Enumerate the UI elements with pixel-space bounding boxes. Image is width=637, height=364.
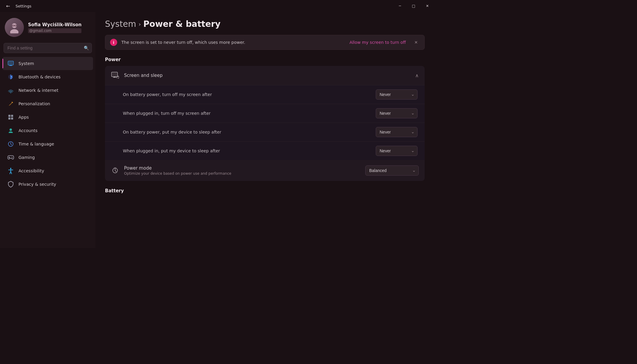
app-body: Sofia Wyciślik-Wilson @gmail.com 🔍: [0, 12, 434, 248]
system-icon: [7, 60, 14, 67]
svg-rect-11: [8, 115, 10, 117]
search-icon: 🔍: [84, 46, 89, 50]
sidebar-item-privacy[interactable]: Privacy & security: [2, 178, 93, 191]
battery-screen-off-dropdown-wrapper: Never 1 minute 2 minutes 5 minutes 10 mi…: [376, 89, 418, 100]
privacy-icon: [7, 181, 14, 188]
gaming-icon: [7, 154, 14, 161]
time-icon: [7, 140, 14, 148]
power-mode-label: Power mode: [124, 165, 361, 171]
sidebar-nav: System Bluetooth & devices: [0, 57, 95, 243]
back-button[interactable]: ←: [4, 1, 13, 10]
battery-sleep-select[interactable]: Never 1 minute 5 minutes 10 minutes: [376, 127, 418, 137]
sidebar-label-apps: Apps: [18, 115, 29, 120]
sidebar-item-accessibility[interactable]: Accessibility: [2, 164, 93, 177]
power-mode-sub: Optimize your device based on power use …: [124, 171, 361, 176]
battery-screen-off-row: On battery power, turn off my screen aft…: [105, 85, 425, 104]
screen-sleep-sub-rows: On battery power, turn off my screen aft…: [105, 85, 425, 160]
breadcrumb-parent: System: [105, 19, 136, 29]
search-input[interactable]: [4, 43, 92, 53]
sidebar-label-privacy: Privacy & security: [18, 182, 56, 187]
sidebar-item-bluetooth[interactable]: Bluetooth & devices: [2, 70, 93, 83]
svg-rect-14: [11, 117, 13, 120]
plugged-sleep-row: When plugged in, put my device to sleep …: [105, 142, 425, 160]
svg-point-15: [10, 128, 12, 131]
sidebar-item-gaming[interactable]: Gaming: [2, 151, 93, 164]
sidebar-label-accounts: Accounts: [18, 128, 38, 133]
sidebar-item-system[interactable]: System: [2, 57, 93, 70]
power-section-title: Power: [105, 57, 425, 62]
alert-text: The screen is set to never turn off, whi…: [121, 40, 345, 45]
svg-rect-12: [11, 115, 13, 117]
alert-banner: i The screen is set to never turn off, w…: [105, 35, 425, 50]
avatar: [5, 18, 24, 37]
titlebar-controls: ─ □ ✕: [393, 1, 434, 11]
screen-sleep-expand-icon[interactable]: ∧: [415, 73, 419, 78]
svg-rect-6: [9, 62, 13, 64]
battery-section-title: Battery: [105, 188, 425, 193]
battery-sleep-label: On battery power, put my device to sleep…: [123, 130, 376, 134]
screen-sleep-icon: [111, 71, 119, 80]
plugged-sleep-label: When plugged in, put my device to sleep …: [123, 148, 376, 153]
power-card: Screen and sleep ∧ On battery power, tur…: [105, 66, 425, 181]
battery-sleep-row: On battery power, put my device to sleep…: [105, 123, 425, 142]
sidebar-label-gaming: Gaming: [18, 155, 35, 160]
svg-point-10: [10, 92, 11, 93]
page-header: System › Power & battery: [105, 19, 425, 29]
page-title: Power & battery: [143, 19, 220, 29]
personalization-icon: [7, 100, 14, 107]
svg-rect-27: [112, 73, 117, 76]
svg-point-21: [12, 157, 12, 157]
accounts-icon: [7, 127, 14, 134]
minimize-button[interactable]: ─: [393, 1, 407, 11]
titlebar: ← Settings ─ □ ✕: [0, 0, 434, 12]
sidebar-label-personalization: Personalization: [18, 101, 50, 106]
maximize-button[interactable]: □: [407, 1, 420, 11]
close-button[interactable]: ✕: [420, 1, 434, 11]
titlebar-title: Settings: [16, 4, 31, 8]
user-name: Sofia Wyciślik-Wilson: [28, 22, 81, 27]
alert-icon: i: [110, 39, 117, 46]
sidebar-item-network[interactable]: Network & internet: [2, 84, 93, 97]
apps-icon: [7, 114, 14, 121]
titlebar-left: ← Settings: [4, 1, 31, 10]
alert-action-link[interactable]: Allow my screen to turn off: [350, 40, 406, 45]
sidebar-item-accounts[interactable]: Accounts: [2, 124, 93, 137]
power-mode-icon: [111, 166, 119, 175]
sidebar: Sofia Wyciślik-Wilson @gmail.com 🔍: [0, 12, 95, 248]
sidebar-label-accessibility: Accessibility: [18, 168, 44, 173]
power-mode-select[interactable]: Best power efficiency Balanced Best perf…: [365, 165, 419, 176]
plugged-sleep-select[interactable]: Never 1 minute 5 minutes 10 minutes: [376, 146, 418, 156]
accessibility-icon: [7, 167, 14, 174]
power-mode-text: Power mode Optimize your device based on…: [124, 165, 361, 176]
sidebar-item-apps[interactable]: Apps: [2, 111, 93, 124]
sidebar-label-network: Network & internet: [18, 88, 58, 93]
screen-sleep-label: Screen and sleep: [124, 73, 410, 78]
battery-screen-off-label: On battery power, turn off my screen aft…: [123, 92, 376, 97]
network-icon: [7, 87, 14, 94]
user-info: Sofia Wyciślik-Wilson @gmail.com: [28, 22, 81, 33]
svg-point-1: [10, 29, 18, 33]
plugged-sleep-dropdown-wrapper: Never 1 minute 5 minutes 10 minutes: [376, 146, 418, 156]
screen-sleep-row[interactable]: Screen and sleep ∧: [105, 66, 425, 85]
sidebar-item-personalization[interactable]: Personalization: [2, 97, 93, 110]
battery-screen-off-select[interactable]: Never 1 minute 2 minutes 5 minutes 10 mi…: [376, 89, 418, 100]
avatar-image: [5, 18, 24, 37]
power-mode-row: Power mode Optimize your device based on…: [105, 160, 425, 181]
search-box: 🔍: [4, 43, 92, 53]
avatar-svg: [8, 21, 20, 33]
svg-line-18: [11, 144, 12, 145]
breadcrumb-separator: ›: [138, 21, 141, 28]
plugged-screen-off-select[interactable]: Never 1 minute 5 minutes 10 minutes 15 m…: [376, 108, 418, 118]
user-email: @gmail.com: [28, 28, 81, 33]
svg-point-22: [12, 157, 13, 158]
plugged-screen-off-dropdown-wrapper: Never 1 minute 5 minutes 10 minutes 15 m…: [376, 108, 418, 118]
sidebar-item-time[interactable]: Time & language: [2, 137, 93, 151]
plugged-screen-off-row: When plugged in, turn off my screen afte…: [105, 104, 425, 123]
battery-sleep-dropdown-wrapper: Never 1 minute 5 minutes 10 minutes: [376, 127, 418, 137]
sidebar-label-bluetooth: Bluetooth & devices: [18, 75, 61, 79]
user-profile[interactable]: Sofia Wyciślik-Wilson @gmail.com: [0, 12, 95, 42]
svg-rect-13: [8, 117, 10, 120]
sidebar-label-system: System: [18, 61, 34, 66]
alert-close-button[interactable]: ✕: [412, 39, 420, 46]
bluetooth-icon: [7, 73, 14, 80]
